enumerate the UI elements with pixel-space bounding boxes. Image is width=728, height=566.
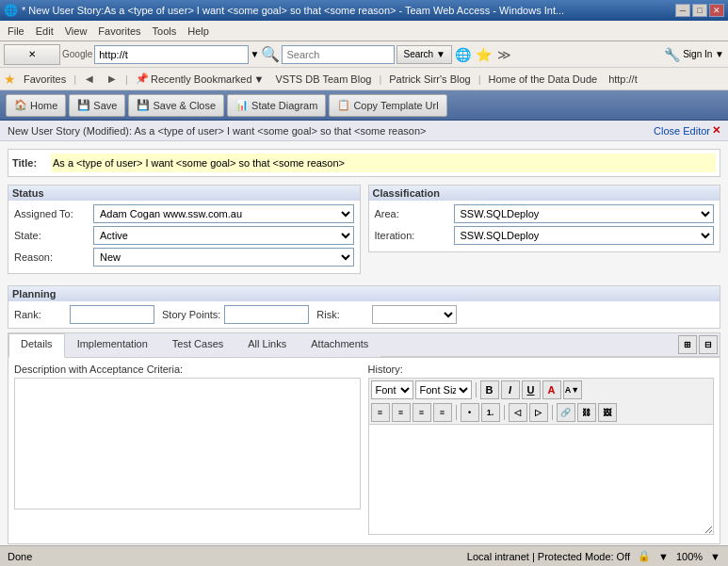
planning-section: Planning Rank: Story Points: Risk: <box>8 285 720 329</box>
state-diagram-button[interactable]: 📊 State Diagram <box>227 94 326 117</box>
title-label: Title: <box>12 157 45 169</box>
help-menu[interactable]: Help <box>182 24 215 39</box>
risk-field: Risk: <box>316 305 457 324</box>
expand-icon[interactable]: ⊞ <box>678 335 697 354</box>
minimize-button[interactable]: ─ <box>675 4 690 17</box>
search-button[interactable]: Search ▼ <box>396 45 451 64</box>
align-right-button[interactable]: ≡ <box>413 403 431 422</box>
font-size-select[interactable]: Font Size <box>415 380 472 399</box>
favorites-label[interactable]: Favorites <box>20 73 70 86</box>
numbered-list-button[interactable]: 1. <box>481 403 500 422</box>
state-select[interactable]: Active <box>93 226 354 245</box>
maximize-button[interactable]: □ <box>692 4 707 17</box>
align-center-button[interactable]: ≡ <box>392 403 411 422</box>
area-select[interactable]: SSW.SQLDeploy <box>454 204 715 223</box>
reason-row: Reason: New <box>14 248 354 267</box>
tools-menu[interactable]: Tools <box>147 24 183 39</box>
history-textarea[interactable] <box>368 424 715 535</box>
status-text: Done <box>8 551 460 562</box>
classification-section: Classification Area: SSW.SQLDeploy Itera… <box>368 185 721 278</box>
outdent-button[interactable]: ◁ <box>509 403 527 422</box>
remove-link-button[interactable]: ⛓ <box>577 403 596 422</box>
file-menu[interactable]: File <box>2 24 30 39</box>
tab-details[interactable]: Details <box>8 333 65 358</box>
edit-menu[interactable]: Edit <box>30 24 59 39</box>
story-points-label: Story Points: <box>162 309 220 320</box>
fav-recently-bookmarked[interactable]: 📌 Recently Bookmarked ▼ <box>132 72 268 86</box>
bullet-list-button[interactable]: • <box>461 403 479 422</box>
tools-icon[interactable]: 🔧 <box>662 45 681 64</box>
insert-image-button[interactable]: 🖼 <box>598 403 617 422</box>
more-icon: ≫ <box>495 45 514 64</box>
assigned-to-label: Assigned To: <box>14 208 89 219</box>
work-item-form: Title: Status Assigned To: Adam Cogan ww… <box>0 141 728 545</box>
sign-in[interactable]: Sign In ▼ <box>683 49 724 59</box>
description-textarea[interactable] <box>14 378 361 509</box>
copy-template-url-button[interactable]: 📋 Copy Template Url <box>329 94 446 117</box>
dropdown-icon[interactable]: ▼ <box>251 49 260 59</box>
back-button[interactable]: ✕ <box>4 44 60 65</box>
fav-patrick-blog[interactable]: Patrick Sirr's Blog <box>385 73 474 86</box>
google-label: Google <box>62 49 92 59</box>
status-section-title: Status <box>8 186 360 201</box>
history-area: History: Font Font Size B I U A A▼ <box>368 364 715 538</box>
bold-button[interactable]: B <box>480 380 499 399</box>
favorites-menu[interactable]: Favorites <box>92 24 146 39</box>
align-left-button[interactable]: ≡ <box>371 403 390 422</box>
dropdown-icon: ▼ <box>254 73 265 85</box>
story-points-input[interactable] <box>224 305 309 324</box>
fav-forward-icon[interactable]: ▶ <box>103 70 121 89</box>
favorites-star-icon: ★ <box>4 72 16 87</box>
title-input[interactable] <box>51 154 716 172</box>
fav-vsts-blog[interactable]: VSTS DB Team Blog <box>271 73 375 86</box>
star-icon: ⭐ <box>475 45 493 64</box>
italic-button[interactable]: I <box>501 380 520 399</box>
save-close-icon: 💾 <box>137 99 150 111</box>
home-button[interactable]: 🏠 Home <box>6 94 66 117</box>
reason-select[interactable]: New <box>93 248 354 267</box>
tab-implementation[interactable]: Implementation <box>65 333 160 357</box>
close-x-icon: ✕ <box>712 124 720 137</box>
font-color-button[interactable]: A <box>542 380 561 399</box>
close-editor-button[interactable]: Close Editor ✕ <box>654 124 720 137</box>
assigned-to-select[interactable]: Adam Cogan www.ssw.com.au <box>93 204 354 223</box>
state-diagram-icon: 📊 <box>235 99 249 111</box>
insert-link-button[interactable]: 🔗 <box>557 403 575 422</box>
tab-attachments[interactable]: Attachments <box>299 333 380 357</box>
state-row: State: Active <box>14 226 354 245</box>
zoom-expand-icon[interactable]: ▼ <box>710 551 720 562</box>
indent-button[interactable]: ▷ <box>529 403 548 422</box>
underline-button[interactable]: U <box>522 380 541 399</box>
view-menu[interactable]: View <box>59 24 93 39</box>
rank-label: Rank: <box>14 309 66 320</box>
two-col-section: Status Assigned To: Adam Cogan www.ssw.c… <box>8 185 720 278</box>
fav-back-icon[interactable]: ◀ <box>80 70 99 89</box>
zoom-value: 100% <box>676 551 703 562</box>
rank-input[interactable] <box>70 305 154 324</box>
justify-button[interactable]: ≡ <box>433 403 452 422</box>
highlight-button[interactable]: A▼ <box>563 380 582 399</box>
zone-text: Local intranet | Protected Mode: Off <box>467 551 630 562</box>
bookmark-icon: 📌 <box>136 73 149 85</box>
save-close-button[interactable]: 💾 Save & Close <box>128 94 224 117</box>
title-bar: 🌐 * New User Story:As a <type of user> I… <box>0 0 728 21</box>
fav-http[interactable]: http://t <box>605 73 641 86</box>
close-button[interactable]: ✕ <box>709 4 724 17</box>
state-label: State: <box>14 230 89 241</box>
address-bar[interactable] <box>94 45 248 64</box>
zoom-dropdown[interactable]: ▼ <box>658 551 669 562</box>
menu-bar: File Edit View Favorites Tools Help <box>0 21 728 41</box>
save-button[interactable]: 💾 Save <box>69 94 125 117</box>
risk-select[interactable] <box>372 305 457 324</box>
status-bar: Done Local intranet | Protected Mode: Of… <box>0 545 728 566</box>
font-select[interactable]: Font <box>371 380 413 399</box>
search-input[interactable] <box>282 45 395 64</box>
reason-label: Reason: <box>14 251 89 263</box>
rank-field: Rank: <box>14 305 154 324</box>
fav-data-dude[interactable]: Home of the Data Dude <box>485 73 602 86</box>
iteration-select[interactable]: SSW.SQLDeploy <box>454 226 715 245</box>
collapse-icon[interactable]: ⊟ <box>699 335 718 354</box>
tab-all-links[interactable]: All Links <box>235 333 299 357</box>
status-panel: Status Assigned To: Adam Cogan www.ssw.c… <box>8 185 361 274</box>
tab-test-cases[interactable]: Test Cases <box>160 333 235 357</box>
